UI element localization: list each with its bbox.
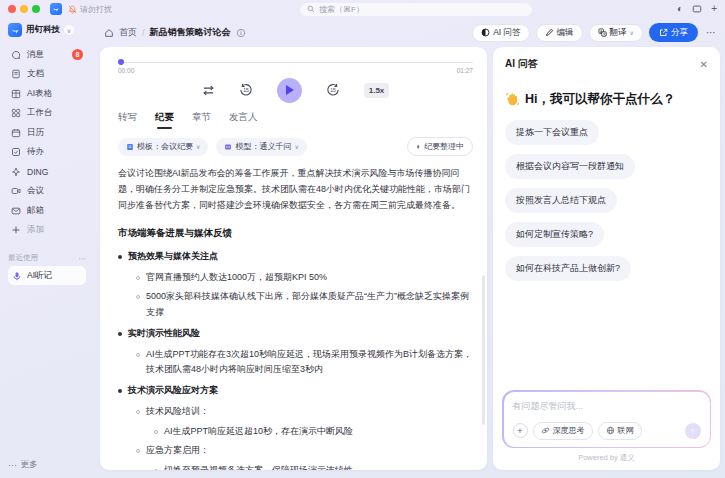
list-item: 技术演示风险应对方案 (118, 383, 473, 399)
tab-speakers[interactable]: 发言人 (229, 111, 258, 129)
suggestion-chip[interactable]: 按照发言人总结下观点 (505, 188, 617, 213)
ding-pin-icon (11, 167, 21, 177)
suggestion-chip[interactable]: 提炼一下会议重点 (505, 120, 599, 145)
content-header: 首页 / 新品销售策略讨论会 AI 问答 编辑 A文 (92, 18, 720, 47)
minimize-window-button[interactable] (20, 5, 28, 13)
playback-speed-button[interactable]: 1.5x (364, 83, 390, 98)
ai-greeting: Hi，我可以帮你干点什么？ (493, 77, 720, 118)
dingtalk-logo-icon (50, 3, 62, 15)
breadcrumb-home[interactable]: 首页 (119, 26, 137, 39)
ai-qa-label: AI 问答 (493, 27, 520, 39)
toolbar-more-icon[interactable]: ⋯ (704, 27, 718, 38)
bullet-text: 5000家头部科技媒体确认线下出席，部分媒体质疑产品“生产力”概念缺乏实操案例支… (146, 289, 473, 321)
template-select[interactable]: 模板：会议纪要 ∨ (118, 138, 208, 156)
sidebar-item-mail[interactable]: 邮箱 (8, 201, 86, 221)
follow-transcript-icon[interactable] (202, 84, 215, 97)
model-icon (224, 143, 232, 151)
table-icon (11, 89, 21, 99)
list-item: 5000家头部科技媒体确认线下出席，部分媒体质疑产品“生产力”概念缺乏实操案例支… (136, 289, 473, 321)
sidebar-item-workbench[interactable]: 工作台 (8, 104, 86, 124)
web-search-toggle[interactable]: 联网 (598, 422, 642, 440)
home-icon[interactable] (104, 28, 114, 38)
svg-text:15: 15 (243, 87, 249, 93)
sidebar-item-ai-table[interactable]: AI表格 (8, 84, 86, 104)
suggestion-chip[interactable]: 根据会议内容写一段群通知 (505, 154, 635, 179)
sidebar-item-ai-notes[interactable]: AI听记 (8, 266, 86, 285)
do-not-disturb-status[interactable]: 请勿打扰 (68, 4, 112, 15)
ask-input[interactable]: 有问题尽管问我... (513, 400, 701, 413)
share-icon (659, 28, 668, 37)
sidebar-item-messages[interactable]: 消息 8 (8, 45, 86, 65)
close-icon[interactable]: ✕ (700, 59, 708, 70)
close-window-button[interactable] (8, 5, 16, 13)
rewind-15-icon[interactable]: 15 (239, 83, 253, 97)
translate-button[interactable]: A文 翻译 ∨ (589, 24, 643, 42)
sidebar-item-ding[interactable]: DING (8, 162, 86, 182)
app-window: 请勿打扰 搜索（⌘F） ◐ + 用钉科技 ∨ 消息 8 (0, 0, 725, 478)
workspace-switcher[interactable]: 用钉科技 ∨ (8, 23, 86, 37)
suggestion-chip[interactable]: 如何定制宣传策略? (505, 222, 604, 247)
workspace-logo-icon (8, 23, 22, 37)
template-icon (126, 143, 134, 151)
chevron-down-icon[interactable]: ∨ (64, 25, 74, 35)
sidebar-item-label: 日历 (27, 127, 83, 139)
audio-progress-bar[interactable] (118, 59, 473, 65)
sidebar-item-label: 工作台 (27, 107, 83, 119)
section-title: 市场端筹备进展与媒体反馈 (118, 225, 473, 242)
document-icon (11, 69, 21, 79)
bullet-title: 实时演示性能风险 (128, 326, 200, 342)
suggestion-chip[interactable]: 如何在科技产品上做创新? (505, 256, 631, 281)
search-icon (307, 5, 315, 13)
unread-badge: 8 (72, 49, 83, 60)
info-icon[interactable] (236, 28, 246, 38)
playhead-handle[interactable] (118, 59, 124, 65)
minutes-status: ◐ 纪要整理中 (407, 137, 473, 156)
ai-qa-icon (481, 28, 490, 37)
breadcrumb-separator: / (142, 28, 145, 38)
attach-button[interactable]: + (513, 423, 528, 438)
bullet-text: 技术风险培训： (146, 404, 209, 420)
list-item: 切换至预录视频备选方案，保障现场演示连续性 (154, 463, 473, 470)
zoom-window-button[interactable] (32, 5, 40, 13)
sidebar-item-meeting[interactable]: 会议 (8, 182, 86, 202)
play-button[interactable] (277, 78, 302, 103)
sidebar-more-button[interactable]: ⋯ 更多 (8, 456, 86, 474)
model-select[interactable]: 模型：通义千问 ∨ (216, 138, 306, 156)
tab-chapters[interactable]: 章节 (192, 111, 211, 129)
ai-panel-title: AI 问答 (505, 57, 538, 71)
theme-toggle-icon[interactable]: ◐ (677, 4, 683, 14)
deep-think-toggle[interactable]: 深度思考 (533, 422, 593, 440)
spinner-icon: ◐ (416, 142, 421, 151)
ai-qa-button[interactable]: AI 问答 (472, 24, 529, 42)
bullet-icon (136, 410, 140, 414)
model-value: 模型：通义千问 (235, 141, 291, 152)
sidebar-add-label: 添加 (27, 224, 83, 236)
sidebar-item-docs[interactable]: 文档 (8, 65, 86, 85)
share-button[interactable]: 分享 (649, 23, 698, 42)
sidebar: 用钉科技 ∨ 消息 8 文档 AI表格 工作台 日历 (0, 18, 92, 478)
section-more-icon[interactable]: ⋯ (79, 254, 87, 263)
minutes-panel: 00:00 01:27 15 15 1.5x 转写 纪要 (100, 47, 487, 470)
bullet-icon (118, 389, 122, 393)
global-search-input[interactable]: 搜索（⌘F） (300, 3, 532, 16)
scrollbar[interactable] (482, 275, 485, 425)
new-window-icon[interactable] (692, 4, 702, 14)
list-item: 预热效果与媒体关注点 (118, 249, 473, 265)
svg-text:15: 15 (330, 87, 336, 93)
window-controls (8, 5, 40, 13)
forward-15-icon[interactable]: 15 (326, 83, 340, 97)
tab-minutes[interactable]: 纪要 (155, 111, 174, 129)
sidebar-add-button[interactable]: 添加 (8, 221, 86, 241)
sidebar-item-calendar[interactable]: 日历 (8, 123, 86, 143)
minutes-summary: 会议讨论围绕AI新品发布会的筹备工作展开，重点解决技术演示风险与市场传播协同问题… (118, 166, 473, 213)
recent-section-label: 最近使用 (8, 253, 79, 263)
edit-button[interactable]: 编辑 (536, 24, 583, 42)
translate-label: 翻译 (610, 27, 627, 39)
tab-transcript[interactable]: 转写 (118, 111, 137, 129)
powered-by-label: Powered by 通义 (493, 448, 720, 470)
send-button[interactable]: ↑ (685, 423, 701, 439)
sidebar-item-todo[interactable]: 待办 (8, 143, 86, 163)
chevron-down-icon: ∨ (630, 29, 634, 36)
total-time: 01:27 (457, 67, 473, 74)
add-tab-icon[interactable]: + (711, 4, 717, 14)
